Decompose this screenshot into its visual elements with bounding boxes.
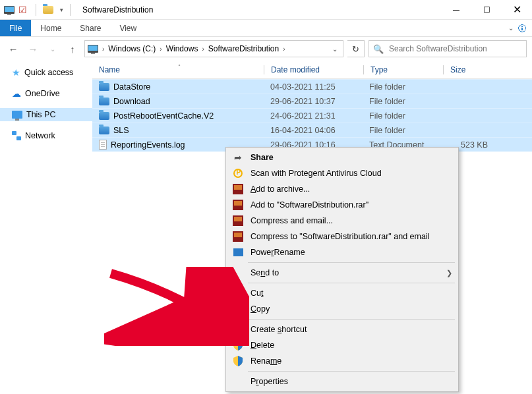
ctx-rename[interactable]: Rename	[228, 353, 456, 369]
refresh-button[interactable]: ↻	[347, 40, 365, 57]
ctx-label: Add to "SoftwareDistribution.rar"	[251, 200, 369, 210]
ctx-label: Cut	[251, 289, 263, 298]
file-type: File folder	[363, 111, 442, 121]
network-icon	[12, 131, 21, 140]
breadcrumb-sep[interactable]: ›	[158, 45, 163, 53]
file-name: Download	[113, 97, 150, 106]
tab-share[interactable]: Share	[71, 20, 110, 36]
col-date[interactable]: Date modified	[264, 65, 363, 74]
ctx-scan[interactable]: Scan with Protegent Antivirus Cloud	[228, 165, 456, 181]
ctx-label: Rename	[251, 356, 281, 366]
sidebar-label: This PC	[26, 110, 55, 119]
minimize-button[interactable]: ─	[441, 0, 471, 20]
sidebar-this-pc[interactable]: This PC	[0, 108, 92, 121]
address-bar[interactable]: › Windows (C:) › Windows › SoftwareDistr…	[84, 40, 343, 57]
ctx-label: PowerRename	[251, 248, 305, 257]
rar-icon	[232, 199, 244, 211]
qat-dropdown[interactable]: ▾	[60, 7, 63, 13]
ctx-sendto[interactable]: Send to ❯	[228, 265, 456, 281]
folder-icon	[99, 112, 109, 120]
search-input[interactable]	[388, 43, 522, 54]
ctx-label: Compress to "SoftwareDistribution.rar" a…	[251, 232, 429, 241]
submenu-arrow-icon: ❯	[446, 269, 452, 277]
sidebar-network[interactable]: Network	[0, 129, 92, 142]
folder-icon	[99, 127, 109, 134]
rar-icon	[232, 183, 244, 195]
sidebar-onedrive[interactable]: ☁ OneDrive	[0, 87, 92, 100]
ctx-cut[interactable]: Cut	[228, 285, 456, 301]
blank-icon	[232, 324, 244, 335]
maximize-button[interactable]: ☐	[471, 0, 502, 20]
share-icon: ➦	[232, 152, 244, 163]
ctx-add-rar[interactable]: Add to "SoftwareDistribution.rar"	[228, 197, 456, 213]
table-row[interactable]: PostRebootEventCache.V224-06-2021 21:31F…	[92, 108, 532, 123]
tab-file[interactable]: File	[0, 20, 31, 36]
shield-icon	[232, 339, 244, 351]
ctx-delete[interactable]: Delete	[228, 337, 456, 353]
breadcrumb-1[interactable]: Windows	[163, 41, 201, 57]
search-box[interactable]: 🔍	[369, 40, 527, 57]
help-icon[interactable]: 🛈	[517, 23, 527, 34]
ctx-create-shortcut[interactable]: Create shortcut	[228, 322, 456, 337]
ribbon-expand-icon[interactable]: ⌄	[508, 24, 514, 32]
ctx-label: Copy	[251, 304, 270, 314]
file-date: 16-04-2021 04:06	[264, 126, 363, 135]
ctx-compress-rar-email[interactable]: Compress to "SoftwareDistribution.rar" a…	[228, 229, 456, 244]
forward-button[interactable]: →	[25, 41, 41, 57]
breadcrumb-2[interactable]: SoftwareDistribution	[206, 41, 281, 57]
file-date: 29-06-2021 10:37	[264, 97, 363, 106]
ctx-label: Compress and email...	[251, 216, 333, 225]
col-name[interactable]: ˄ Name	[92, 65, 264, 74]
table-row[interactable]: DataStore04-03-2021 11:25File folder	[92, 79, 532, 94]
close-button[interactable]: ✕	[502, 0, 532, 20]
breadcrumb-0[interactable]: Windows (C:)	[105, 41, 158, 57]
ctx-separator	[248, 262, 455, 263]
file-list: DataStore04-03-2021 11:25File folderDown…	[92, 79, 532, 152]
ctx-powerrename[interactable]: PowerRename	[228, 244, 456, 260]
sidebar-label: Network	[25, 131, 55, 140]
app-icon	[4, 5, 15, 15]
ctx-label: Scan with Protegent Antivirus Cloud	[251, 169, 382, 178]
breadcrumb-sep[interactable]: ›	[101, 45, 105, 53]
ctx-properties[interactable]: Properties	[228, 374, 456, 389]
folder-icon	[99, 98, 109, 105]
blank-icon	[232, 303, 244, 315]
folder-icon	[99, 83, 109, 91]
col-size[interactable]: Size	[444, 65, 496, 74]
blank-icon	[232, 267, 244, 279]
table-row[interactable]: SLS16-04-2021 04:06File folder	[92, 123, 532, 137]
titlebar: ☑ ▾ SoftwareDistribution ─ ☐ ✕	[0, 0, 532, 20]
ctx-copy[interactable]: Copy	[228, 301, 456, 317]
recent-dropdown[interactable]: ⌄	[45, 41, 61, 57]
ctx-compress-email[interactable]: Compress and email...	[228, 213, 456, 229]
sidebar-quick-access[interactable]: ★ Quick access	[0, 66, 92, 79]
ctx-label: Delete	[251, 341, 274, 350]
shield-icon	[232, 355, 244, 367]
file-date: 24-06-2021 21:31	[264, 111, 363, 121]
qat-folder-icon[interactable]	[43, 5, 53, 15]
up-button[interactable]: ↑	[65, 41, 80, 57]
sidebar-label: OneDrive	[25, 89, 60, 98]
table-row[interactable]: Download29-06-2021 10:37File folder	[92, 94, 532, 108]
breadcrumb-sep[interactable]: ›	[281, 45, 286, 53]
file-name: ReportingEvents.log	[111, 140, 185, 150]
breadcrumb-sep[interactable]: ›	[200, 45, 205, 53]
ctx-separator	[248, 283, 455, 283]
tab-view[interactable]: View	[110, 20, 146, 36]
col-type[interactable]: Type	[364, 65, 443, 74]
ctx-separator	[248, 371, 455, 372]
qat-properties-icon[interactable]: ☑	[18, 5, 29, 15]
file-name: PostRebootEventCache.V2	[113, 111, 214, 121]
ctx-label: Create shortcut	[251, 325, 307, 334]
address-dropdown[interactable]: ⌄	[327, 41, 343, 57]
tab-home[interactable]: Home	[31, 20, 71, 36]
back-button[interactable]: ←	[5, 41, 21, 57]
sidebar: ★ Quick access ☁ OneDrive This PC Networ…	[0, 61, 92, 394]
ctx-share[interactable]: ➦ Share	[228, 150, 456, 165]
search-icon: 🔍	[373, 44, 384, 54]
file-type: File folder	[363, 82, 442, 92]
window-title: SoftwareDistribution	[82, 5, 153, 14]
file-type: File folder	[363, 97, 442, 106]
sort-indicator-icon: ˄	[178, 64, 181, 70]
ctx-add-archive[interactable]: Add to archive...	[228, 181, 456, 197]
